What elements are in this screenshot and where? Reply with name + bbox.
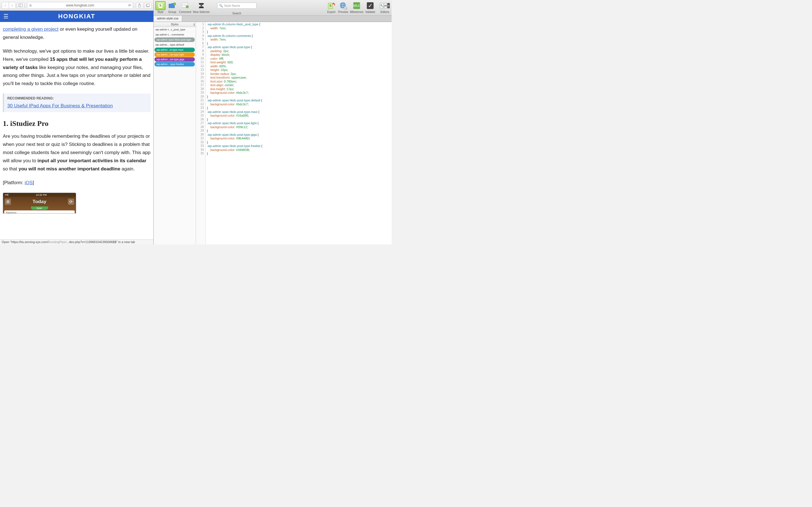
file-tab-active[interactable]: admin-style.css <box>154 16 182 22</box>
url-text: www.hongkiat.com <box>66 3 94 7</box>
toolbar-search: 🔍 Style Name Search <box>217 1 257 15</box>
share-icon <box>138 3 141 7</box>
svg-point-13 <box>200 5 202 6</box>
line-gutter: 1234567891011121314151617181920212223242… <box>196 22 206 244</box>
columns-icon[interactable]: ||| <box>193 23 195 26</box>
section-heading: 1. iStudiez Pro <box>3 119 151 128</box>
platform-line: [Platform: iOS] <box>3 179 151 187</box>
validate-icon: ✓ <box>365 1 375 10</box>
app-header-title: Today <box>33 199 47 205</box>
editor-body: Styles ||| .wp-admin t...c_post_type.wp-… <box>154 22 392 244</box>
now-badge: Now: <box>31 207 48 210</box>
recommended-link[interactable]: 30 Useful IPad Apps For Business & Prese… <box>7 103 113 108</box>
search-input[interactable]: 🔍 Style Name <box>217 3 257 9</box>
toolbar-preview[interactable]: Preview <box>338 1 348 13</box>
svg-text:+: + <box>174 3 175 5</box>
milestones-icon: MILE <box>352 1 362 10</box>
styles-panel: Styles ||| .wp-admin t...c_post_type.wp-… <box>154 22 196 244</box>
toolbar-new-selector[interactable]: New Selector <box>193 1 209 13</box>
safari-window: ‹ › ≣ www.hongkiat.com ⟳ + ☰ HONGKIAT co… <box>0 0 154 244</box>
paragraph: completing a given project or even keepi… <box>3 25 151 42</box>
style-list-item[interactable]: .wp-admin...-type.default <box>154 42 196 47</box>
menu-icon[interactable]: ☰ <box>3 13 8 20</box>
preview-icon <box>338 1 348 10</box>
css-editor-window: S Style + Group + Comment New Selector 🔍… <box>154 0 392 244</box>
recommended-label: RECOMMENDED READING: <box>7 96 147 100</box>
browser-status-bar: Open "https://bs.serving-sys.com/Burstin… <box>0 239 153 244</box>
site-header: ☰ HONGKIAT <box>0 11 153 22</box>
url-bar[interactable]: ≣ www.hongkiat.com ⟳ <box>27 2 133 9</box>
page-content: completing a given project or even keepi… <box>0 22 153 244</box>
style-list-item[interactable]: .wp-admin...ost-type.light <box>154 52 195 57</box>
sidebar-icon <box>18 4 22 7</box>
toolbar-validate[interactable]: ✓ Validate <box>365 1 375 13</box>
safari-toolbar: ‹ › ≣ www.hongkiat.com ⟳ <box>0 0 153 11</box>
gear-icon: ⚙ <box>5 199 11 205</box>
svg-text:+: + <box>186 6 188 8</box>
tabs-button[interactable] <box>144 2 152 8</box>
style-list-item[interactable]: .wp-admin...-type.freebie <box>154 62 195 66</box>
code-area[interactable]: .wp-admin th.column-hkdc_post_type { wid… <box>206 22 392 244</box>
app-screenshot: ••ıll 12:32 PM ⚙ Today ⟳ Now: Seminar <box>3 193 76 214</box>
style-list-item[interactable]: .wp-admin t...c_post_type <box>154 27 196 32</box>
link-completing-project[interactable]: completing a given project <box>3 26 59 32</box>
sidebar-button[interactable] <box>17 2 24 8</box>
toolbar-milestones[interactable]: MILE Milestones <box>350 1 363 13</box>
signal-icon: ••ıll <box>5 193 8 196</box>
paragraph: Are you having trouble remembering the d… <box>3 132 151 173</box>
selector-icon <box>196 1 206 10</box>
toolbar-style[interactable]: S Style <box>155 1 165 13</box>
group-ic], data-interactable=: + <box>167 1 177 10</box>
site-title: HONGKIAT <box>58 13 95 20</box>
platform-link[interactable]: iOS <box>24 180 33 185</box>
folder-icon: + <box>168 2 176 9</box>
file-tabs: admin-style.css <box>154 16 392 22</box>
style-list-item[interactable]: .wp-admin...ost-type.giga <box>154 57 195 62</box>
back-button[interactable]: ‹ <box>2 2 9 8</box>
paragraph: With technology, we've got options to ma… <box>3 47 151 88</box>
style-list-item[interactable]: .wp-admin span.hkdc-post-type <box>154 38 195 42</box>
refresh-icon: ⟳ <box>68 199 74 205</box>
toolbar-export[interactable]: S Export <box>326 1 336 13</box>
tabs-icon <box>146 4 150 7</box>
app-row-seminar: Seminar <box>4 210 75 214</box>
style-icon: S <box>155 1 165 10</box>
export-icon: S <box>326 1 336 10</box>
style-list: .wp-admin t...c_post_type.wp-admin t...-… <box>154 27 196 67</box>
forward-button[interactable]: › <box>9 2 15 8</box>
toolbar-editors[interactable]: 🔧⇄≡ Editors <box>380 1 390 13</box>
toolbar-group[interactable]: + Group <box>167 1 177 13</box>
style-list-item[interactable]: .wp-admin t...-comments <box>154 32 196 37</box>
app-time: 12:32 PM <box>36 193 47 196</box>
reader-icon[interactable]: ≣ <box>29 3 32 7</box>
toolbar-comment[interactable]: + Comment <box>179 1 191 13</box>
style-list-item[interactable]: .wp-admin...st-type.maxi <box>154 48 195 52</box>
share-button[interactable] <box>136 2 143 8</box>
search-placeholder: Style Name <box>224 4 240 7</box>
editor-toolbar: S Style + Group + Comment New Selector 🔍… <box>154 0 392 16</box>
styles-header: Styles ||| <box>154 22 196 27</box>
comment-icon: + <box>180 1 190 10</box>
svg-text:S: S <box>329 4 332 7</box>
search-icon: 🔍 <box>219 4 223 8</box>
recommended-box: RECOMMENDED READING: 30 Useful IPad Apps… <box>3 94 151 112</box>
svg-rect-0 <box>19 4 22 7</box>
nav-buttons: ‹ › <box>2 2 16 9</box>
refresh-icon[interactable]: ⟳ <box>128 3 131 7</box>
svg-line-20 <box>346 9 347 10</box>
svg-rect-5 <box>147 4 150 6</box>
editors-icon: 🔧⇄≡ <box>380 1 390 10</box>
